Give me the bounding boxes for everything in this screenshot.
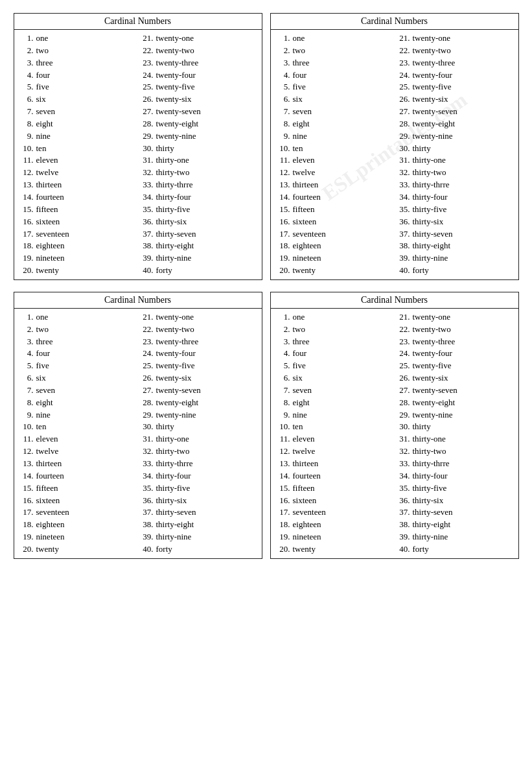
- list-item: 5.five: [276, 81, 393, 93]
- list-item: 1.one: [276, 311, 393, 324]
- top-left-card-wrap: Cardinal Numbers 1.one2.two3.three4.four…: [14, 13, 262, 280]
- number-index: 23.: [139, 336, 154, 348]
- number-word: fifteen: [292, 482, 315, 495]
- list-item: 2.two: [19, 45, 137, 57]
- list-item: 6.six: [276, 372, 393, 385]
- number-index: 30.: [139, 143, 154, 155]
- number-word: seven: [292, 106, 312, 118]
- number-index: 27.: [396, 106, 410, 118]
- top-right-col1: 1.one2.two3.three4.four5.five6.six7.seve…: [276, 32, 393, 277]
- number-index: 3.: [19, 57, 34, 69]
- number-index: 21.: [139, 32, 154, 45]
- number-index: 34.: [139, 470, 154, 482]
- number-word: eight: [35, 118, 53, 130]
- number-word: twenty-five: [411, 81, 452, 93]
- list-item: 16.sixteen: [19, 216, 137, 228]
- number-word: thirty-five: [155, 482, 191, 495]
- number-word: eight: [35, 397, 53, 409]
- number-word: one: [292, 311, 305, 324]
- list-item: 34.thirty-four: [396, 191, 513, 204]
- number-word: seven: [292, 385, 312, 397]
- number-index: 14.: [19, 470, 34, 482]
- number-index: 4.: [19, 69, 34, 82]
- number-index: 6.: [19, 372, 34, 385]
- number-index: 36.: [396, 495, 410, 507]
- number-word: six: [292, 372, 303, 385]
- bottom-right-body: 1.one2.two3.three4.four5.five6.six7.seve…: [271, 309, 518, 558]
- list-item: 35.thirty-five: [396, 482, 513, 495]
- number-index: 39.: [396, 531, 410, 543]
- number-index: 14.: [19, 191, 34, 204]
- number-index: 28.: [139, 397, 154, 409]
- number-index: 33.: [396, 458, 410, 470]
- number-index: 5.: [276, 360, 290, 372]
- number-word: eight: [292, 118, 310, 130]
- number-word: thirty-seven: [155, 506, 196, 519]
- list-item: 15.fifteen: [19, 482, 137, 495]
- list-item: 9.nine: [276, 409, 393, 421]
- number-index: 18.: [276, 240, 290, 252]
- number-index: 39.: [139, 252, 154, 265]
- list-item: 25.twenty-five: [396, 81, 513, 93]
- number-word: nineteen: [35, 531, 65, 543]
- number-index: 20.: [19, 265, 34, 277]
- list-item: 25.twenty-five: [139, 360, 257, 372]
- list-item: 34.thirty-four: [396, 470, 513, 482]
- number-word: thirty-six: [155, 216, 187, 228]
- list-item: 22.twenty-two: [396, 324, 513, 336]
- list-item: 3.three: [276, 57, 393, 69]
- list-item: 31.thirty-one: [396, 154, 513, 167]
- number-index: 9.: [19, 409, 34, 421]
- list-item: 32.thirty-two: [396, 445, 513, 458]
- list-item: 31.thirty-one: [139, 154, 257, 167]
- list-item: 13.thirteen: [276, 458, 393, 470]
- number-index: 1.: [19, 311, 34, 324]
- bottom-left-body: 1.one2.two3.three4.four5.five6.six7.seve…: [14, 309, 262, 558]
- list-item: 5.five: [19, 360, 137, 372]
- number-index: 10.: [276, 421, 290, 433]
- number-word: eighteen: [292, 519, 321, 531]
- list-item: 5.five: [19, 81, 137, 93]
- number-word: thirteen: [292, 458, 319, 470]
- number-index: 10.: [19, 421, 34, 433]
- number-word: thirty-thrre: [155, 458, 193, 470]
- number-index: 24.: [396, 348, 410, 360]
- number-index: 7.: [276, 106, 290, 118]
- number-word: thirty-six: [411, 216, 444, 228]
- number-word: twenty-eight: [155, 118, 199, 130]
- number-word: twenty-eight: [411, 397, 456, 409]
- list-item: 32.thirty-two: [139, 445, 257, 458]
- number-word: twenty-three: [411, 336, 456, 348]
- number-word: twenty-four: [155, 69, 196, 82]
- number-word: twenty-six: [155, 93, 192, 106]
- number-word: eighteen: [35, 240, 65, 252]
- list-item: 30.thirty: [139, 421, 257, 433]
- list-item: 27.twenty-seven: [139, 385, 257, 397]
- number-index: 31.: [139, 433, 154, 445]
- list-item: 19.nineteen: [276, 531, 393, 543]
- number-index: 31.: [139, 154, 154, 167]
- number-index: 36.: [139, 495, 154, 507]
- number-index: 34.: [396, 470, 410, 482]
- number-word: twenty-two: [411, 324, 451, 336]
- list-item: 37.thirty-seven: [396, 506, 513, 519]
- number-index: 4.: [19, 348, 34, 360]
- list-item: 30.thirty: [396, 143, 513, 155]
- number-word: nineteen: [292, 531, 321, 543]
- list-item: 36.thirty-six: [139, 495, 257, 507]
- number-index: 18.: [276, 519, 290, 531]
- list-item: 22.twenty-two: [139, 324, 257, 336]
- number-index: 32.: [139, 445, 154, 458]
- number-word: six: [292, 93, 303, 106]
- number-word: thirty-two: [411, 167, 446, 179]
- number-index: 10.: [276, 143, 290, 155]
- top-row: Cardinal Numbers 1.one2.two3.three4.four…: [14, 13, 519, 280]
- number-word: nine: [35, 130, 51, 143]
- number-word: ten: [35, 143, 47, 155]
- list-item: 1.one: [19, 32, 137, 45]
- list-item: 34.thirty-four: [139, 470, 257, 482]
- number-index: 25.: [139, 360, 154, 372]
- list-item: 16.sixteen: [19, 495, 137, 507]
- number-index: 33.: [139, 179, 154, 191]
- list-item: 35.thirty-five: [139, 204, 257, 216]
